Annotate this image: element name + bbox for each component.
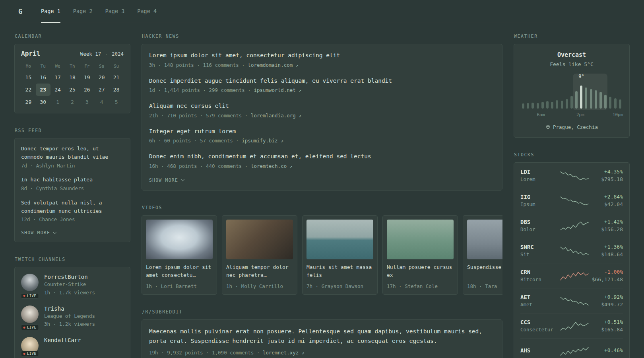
weather-bar xyxy=(561,101,563,109)
video-thumbnail xyxy=(467,220,502,259)
hn-domain-link[interactable]: loremdomain.com ↗ xyxy=(248,62,298,68)
video-thumbnail xyxy=(306,220,373,259)
rss-widget: Donec tempor eros leo, ut commodo mauris… xyxy=(14,138,130,242)
calendar-day: 2 xyxy=(65,96,80,108)
hn-domain-link[interactable]: ipsumify.biz ↗ xyxy=(242,138,283,144)
weather-bar xyxy=(527,103,529,109)
stock-symbol: IIG xyxy=(520,194,558,200)
stock-sparkline xyxy=(560,345,589,356)
weather-bar xyxy=(522,103,524,109)
hn-meta-text: 21h · 710 points · 579 comments · xyxy=(149,113,248,119)
app-logo[interactable]: G xyxy=(14,8,26,16)
video-meta: 17h · Stefan Cole xyxy=(387,283,454,290)
tab-page-1[interactable]: Page 1 xyxy=(41,0,60,23)
stock-sparkline xyxy=(560,270,589,281)
stock-symbol: AET xyxy=(520,294,558,300)
stock-row[interactable]: CCSConsectetur +0.51%$165.84 xyxy=(520,313,623,338)
external-link-icon: ↗ xyxy=(290,164,293,169)
weather-location-text: Prague, Czechia xyxy=(553,124,598,130)
live-dot-icon xyxy=(23,295,25,297)
channel-avatar-image xyxy=(21,305,39,323)
hacker-news-section: HACKER NEWS Lorem ipsum dolor sit amet, … xyxy=(142,33,502,191)
calendar-day: 19 xyxy=(80,71,94,84)
weather-time-label: 10pm xyxy=(613,112,623,117)
live-label: LIVE xyxy=(27,325,37,329)
videos-section: VIDEOS Lorem ipsum dolor sit amet consec… xyxy=(142,205,502,295)
rss-show-more-button[interactable]: SHOW MORE xyxy=(21,230,56,235)
external-link-icon: ↗ xyxy=(296,63,299,68)
hn-show-more-button[interactable]: SHOW MORE xyxy=(149,177,184,183)
weather-bar xyxy=(595,90,597,109)
stocks-section: STOCKS LDILorem +4.35%$795.18 IIGIpsum +… xyxy=(514,152,630,358)
tab-page-2[interactable]: Page 2 xyxy=(73,0,93,23)
stock-row[interactable]: CRNBitcorn -1.00%$66,171.48 xyxy=(520,263,623,288)
subreddit-meta-text: 19h · 9,932 points · 1,090 comments · xyxy=(149,350,260,356)
video-thumbnail xyxy=(146,220,213,259)
chevron-down-icon xyxy=(181,177,185,181)
stock-symbol: CCS xyxy=(520,319,558,325)
hn-meta-text: 16h · 468 points · 440 comments · xyxy=(149,163,248,169)
weather-axis: 6am2pm10pm xyxy=(520,112,623,118)
hn-domain-link[interactable]: ipsumworld.net ↗ xyxy=(254,87,301,93)
twitch-widget: LIVE ForrestBurton Counter-Strike 1h · 1… xyxy=(14,267,130,358)
video-card[interactable]: Aliquam tempor dolor nec pharetra… 1h · … xyxy=(222,215,297,295)
calendar-widget: April Week 17 · 2024 MoTuWeThFrSaSu 1516… xyxy=(14,44,130,113)
hn-item-title[interactable]: Donec imperdiet augue tincidunt felis al… xyxy=(149,77,495,86)
rss-item-title[interactable]: Sed volutpat nulla nisl, a condimentum n… xyxy=(21,199,124,216)
stock-row[interactable]: DBSDolor +1.42%$156.28 xyxy=(520,213,623,238)
domain-text: ipsumworld.net xyxy=(254,87,295,93)
stock-price: $148.64 xyxy=(591,251,623,257)
video-card[interactable]: Lorem ipsum dolor sit amet consectetu… 1… xyxy=(142,215,217,295)
hn-domain-link[interactable]: loremtech.co ↗ xyxy=(251,163,292,169)
stock-row[interactable]: IIGIpsum +2.84%$42.04 xyxy=(520,188,623,213)
stock-row[interactable]: SNRCSit +1.36%$148.64 xyxy=(520,238,623,263)
stock-change: +0.51% xyxy=(591,319,623,325)
show-more-label: SHOW MORE xyxy=(21,230,50,235)
weather-bar xyxy=(546,101,549,109)
stock-price: $499.72 xyxy=(591,302,623,307)
video-card[interactable]: Suspendisse diam 18h · Tara xyxy=(463,215,502,295)
channel-name[interactable]: Trisha xyxy=(44,305,64,312)
rss-item-title[interactable]: In hac habitasse platea xyxy=(21,176,124,184)
header-divider xyxy=(32,7,32,16)
main-grid: CALENDAR April Week 17 · 2024 MoTuWeThFr… xyxy=(0,23,644,358)
subreddit-post-title[interactable]: Maecenas mollis pulvinar erat non posuer… xyxy=(149,327,495,346)
subreddit-widget: Maecenas mollis pulvinar erat non posuer… xyxy=(142,319,502,358)
weather-location: Prague, Czechia xyxy=(520,124,623,130)
tab-page-4[interactable]: Page 4 xyxy=(137,0,157,23)
rss-item-title[interactable]: Donec tempor eros leo, ut commodo mauris… xyxy=(21,145,124,161)
hn-item-title[interactable]: Aliquam nec cursus elit xyxy=(149,102,495,111)
hn-meta-text: 1d · 1,414 points · 299 comments · xyxy=(149,87,251,93)
channel-name[interactable]: KendallCarr xyxy=(44,337,81,343)
stock-change: +0.92% xyxy=(591,294,623,300)
channel-game[interactable]: Counter-Strike xyxy=(44,281,95,288)
stock-row[interactable]: AETAmet +0.92%$499.72 xyxy=(520,288,623,313)
calendar-day: 28 xyxy=(109,84,124,96)
hn-item-title[interactable]: Donec enim nibh, condimentum et accumsan… xyxy=(149,152,495,161)
chevron-down-icon xyxy=(53,230,57,234)
twitch-channel-row[interactable]: LIVE KendallCarr xyxy=(21,337,124,354)
twitch-channel-row[interactable]: LIVE ForrestBurton Counter-Strike 1h · 1… xyxy=(21,274,124,297)
tab-page-3[interactable]: Page 3 xyxy=(105,0,125,23)
stock-price: $165.84 xyxy=(591,327,623,333)
hn-item-title[interactable]: Lorem ipsum dolor sit amet, consectetur … xyxy=(149,51,495,60)
twitch-channel-row[interactable]: LIVE Trisha League of Legends 3h · 1.2k … xyxy=(21,305,124,329)
hn-item-title[interactable]: Integer eget rutrum lorem xyxy=(149,127,495,136)
hn-domain-link[interactable]: loremlandia.org ↗ xyxy=(251,113,301,119)
calendar-day-current: 23 xyxy=(36,84,50,96)
subreddit-domain-link[interactable]: loremnet.xyz ↗ xyxy=(263,350,304,356)
channel-game[interactable]: League of Legends xyxy=(44,313,95,320)
calendar-day: 27 xyxy=(94,84,109,96)
rss-section-title: RSS FEED xyxy=(15,128,130,133)
video-card[interactable]: Mauris sit amet massa felis 7h · Grayson… xyxy=(302,215,378,295)
calendar-dow-label: Su xyxy=(109,64,124,69)
weather-bar xyxy=(541,102,544,109)
hn-item-meta: 21h · 710 points · 579 comments · loreml… xyxy=(149,112,495,120)
rss-item: Donec tempor eros leo, ut commodo mauris… xyxy=(21,145,124,169)
stock-row[interactable]: AHS +0.46% xyxy=(520,338,623,358)
video-card[interactable]: Nullam posuere cursus ex 17h · Stefan Co… xyxy=(382,215,458,295)
calendar-day: 3 xyxy=(80,96,94,108)
stock-row[interactable]: LDILorem +4.35%$795.18 xyxy=(520,163,623,188)
weather-section-title: WEATHER xyxy=(514,33,630,39)
channel-name[interactable]: ForrestBurton xyxy=(44,274,88,280)
